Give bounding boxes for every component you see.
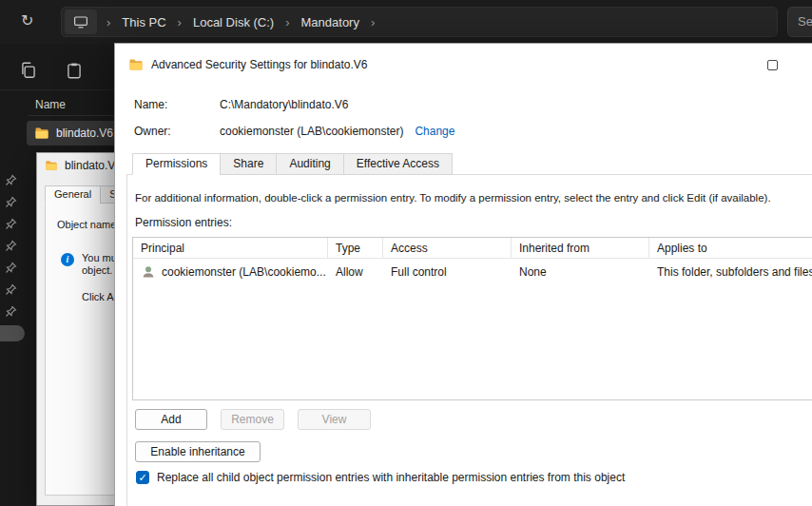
change-owner-link[interactable]: Change [415, 125, 454, 138]
pin-icon [5, 174, 17, 186]
pin-icon [5, 305, 17, 318]
info-text-line2: object. [82, 264, 112, 276]
search-input[interactable]: Sea [787, 7, 812, 37]
column-header-principal[interactable]: Principal [133, 238, 328, 258]
type-cell: Allow [328, 265, 383, 279]
instruction-text: For additional information, double-click… [135, 192, 771, 204]
owner-field-row: Owner: cookiemonster (LAB\cookiemonster)… [134, 125, 454, 138]
info-icon: i [61, 253, 74, 266]
close-button[interactable]: ✕ [794, 44, 812, 86]
add-button[interactable]: Add [135, 409, 207, 430]
chevron-icon: › [97, 15, 120, 29]
tab-permissions[interactable]: Permissions [132, 153, 221, 175]
inherited-from-cell: None [512, 265, 649, 279]
table-header-row: Principal Type Access Inherited from App… [133, 238, 812, 259]
tab-effective-access[interactable]: Effective Access [343, 153, 453, 175]
name-label: Name: [134, 98, 220, 111]
folder-icon [128, 57, 144, 72]
owner-value: cookiemonster (LAB\cookiemonster) [220, 125, 403, 138]
sidebar-selection-indicator [0, 325, 25, 341]
column-header-access[interactable]: Access [383, 238, 512, 258]
pin-icon [5, 240, 17, 252]
permissions-panel: For additional information, double-click… [126, 174, 812, 506]
tab-general[interactable]: General [45, 185, 101, 204]
pin-icon [5, 262, 17, 274]
advanced-security-dialog: Advanced Security Settings for blindato.… [114, 43, 812, 506]
object-name-label: Object name: [57, 219, 119, 230]
security-dialog-titlebar: Advanced Security Settings for blindato.… [115, 44, 812, 86]
name-column-header[interactable]: Name [35, 98, 66, 111]
chevron-icon: › [168, 15, 191, 29]
maximize-icon [767, 60, 778, 70]
monitor-icon [73, 14, 88, 29]
column-header-inherited-from[interactable]: Inherited from [512, 238, 649, 258]
command-bar-divider [0, 89, 114, 90]
column-divider [29, 115, 114, 116]
properties-dialog-title: blindato.V [65, 159, 115, 172]
pin-icon [5, 196, 17, 208]
name-value: C:\Mandatory\blindato.V6 [220, 98, 348, 111]
copy-icon[interactable] [19, 61, 38, 80]
pin-icon [5, 218, 17, 230]
tab-share[interactable]: Share [220, 153, 277, 175]
owner-label: Owner: [134, 125, 220, 138]
explorer-topbar: ↻ › This PC › Local Disk (C:) › Mandator… [0, 0, 812, 44]
applies-to-cell: This folder, subfolders and files [649, 265, 812, 279]
permission-entries-label: Permission entries: [135, 216, 232, 229]
replace-permissions-checkbox-label: Replace all child object permission entr… [157, 471, 625, 484]
computer-icon[interactable] [65, 10, 97, 34]
breadcrumb-item-local-disk[interactable]: Local Disk (C:) [191, 15, 276, 29]
chevron-icon: › [276, 15, 299, 29]
chevron-icon: › [361, 15, 384, 29]
principal-text: cookiemonster (LAB\cookiemo... [162, 265, 326, 279]
file-item-label: blindato.V6 [56, 126, 113, 140]
user-avatar-icon [141, 264, 156, 280]
address-bar[interactable]: › This PC › Local Disk (C:) › Mandatory … [61, 7, 778, 37]
permission-entry-row[interactable]: cookiemonster (LAB\cookiemo... Allow Ful… [133, 262, 812, 282]
security-dialog-title: Advanced Security Settings for blindato.… [151, 58, 367, 71]
principal-cell: cookiemonster (LAB\cookiemo... [133, 264, 328, 280]
pin-icon [5, 283, 17, 296]
enable-inheritance-button[interactable]: Enable inheritance [135, 441, 261, 462]
access-cell: Full control [383, 265, 512, 279]
file-item-blindato-v6[interactable]: blindato.V6 [27, 121, 114, 146]
breadcrumb-item-this-pc[interactable]: This PC [120, 15, 167, 29]
tab-auditing[interactable]: Auditing [276, 153, 343, 175]
breadcrumb-item-mandatory[interactable]: Mandatory [300, 15, 361, 29]
maximize-button[interactable] [750, 44, 794, 86]
column-header-applies-to[interactable]: Applies to [649, 238, 812, 258]
remove-button[interactable]: Remove [221, 409, 284, 430]
refresh-icon[interactable]: ↻ [21, 12, 33, 29]
permissions-table: Principal Type Access Inherited from App… [132, 237, 812, 400]
security-tabs: Permissions Share Auditing Effective Acc… [132, 153, 452, 175]
folder-icon [34, 126, 49, 141]
name-field-row: Name: C:\Mandatory\blindato.V6 [134, 98, 348, 111]
folder-icon [45, 159, 58, 172]
view-button[interactable]: View [298, 409, 371, 430]
paste-icon[interactable] [65, 61, 84, 80]
column-header-type[interactable]: Type [328, 238, 383, 258]
checkbox-checked-icon[interactable]: ✓ [136, 471, 149, 484]
replace-permissions-checkbox-row[interactable]: ✓ Replace all child object permission en… [136, 471, 625, 484]
